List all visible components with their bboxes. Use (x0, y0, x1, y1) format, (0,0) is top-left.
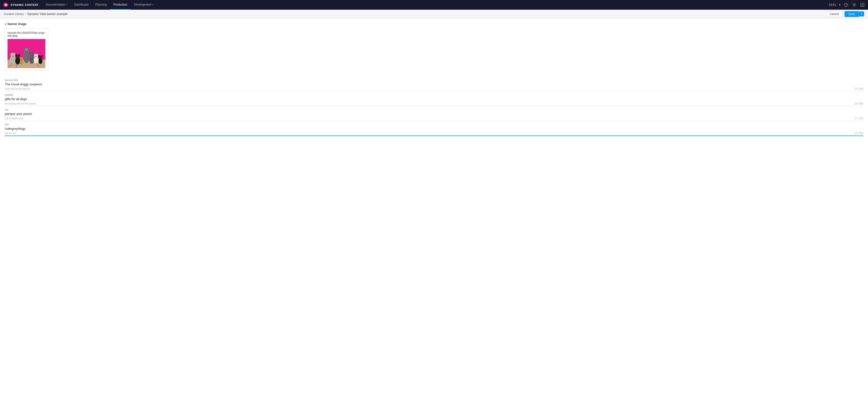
svg-point-19 (19, 54, 20, 56)
svg-point-12 (13, 53, 15, 56)
nav-right: 19:51 ▾ ? (829, 2, 865, 7)
top-nav: DYNAMIC CONTENT Documentation ▾ Dashboar… (0, 0, 868, 10)
svg-point-42 (30, 52, 31, 55)
svg-point-51 (37, 56, 37, 57)
field-helper-text-subtitle: secondary title for the banner (5, 102, 36, 105)
image-filename: hannah-lim-U6nlG0Y5sfs-unsplash.jpeg (7, 31, 46, 37)
svg-point-36 (26, 53, 27, 54)
help-icon[interactable]: ? (843, 2, 848, 7)
nav-time: 19:51 (829, 3, 836, 6)
field-char-count-link: 14 / 300 (855, 132, 863, 135)
field-helper-text-link: link for cta (5, 132, 16, 135)
svg-point-18 (16, 54, 17, 56)
svg-point-44 (31, 56, 31, 56)
user-icon[interactable] (860, 2, 865, 7)
svg-point-55 (38, 55, 40, 57)
svg-point-52 (36, 57, 37, 58)
field-helper-banner-title: main title for the banner 24 / 100 (5, 87, 863, 91)
field-label-cta: cta (5, 106, 863, 112)
svg-text:?: ? (845, 4, 847, 6)
field-group-link: link link for cta 14 / 300 (5, 121, 863, 136)
cancel-button[interactable]: Cancel (826, 11, 842, 17)
save-button-group: Save ▾ (844, 11, 864, 17)
svg-point-50 (35, 56, 36, 57)
svg-rect-6 (861, 3, 864, 6)
breadcrumb-bar: Content Library / Dynamic Yield banner e… (0, 10, 868, 19)
field-helper-subtitle: secondary title for the banner 18 / 200 (5, 102, 863, 106)
svg-point-27 (21, 59, 21, 60)
dog-scene-svg (7, 39, 45, 68)
nav-item-planning[interactable]: Planning (92, 0, 110, 10)
svg-point-13 (12, 56, 12, 56)
nav-item-dashboard[interactable]: Dashboard (71, 0, 92, 10)
svg-point-21 (18, 57, 19, 57)
field-label-banner-title: banner title (5, 77, 863, 82)
nav-logo[interactable]: DYNAMIC CONTENT (3, 2, 38, 8)
svg-point-25 (20, 57, 21, 59)
field-input-link[interactable] (5, 126, 863, 132)
svg-point-11 (10, 53, 12, 56)
svg-point-14 (13, 56, 14, 56)
svg-point-58 (41, 58, 42, 59)
field-input-banner-title[interactable] (5, 82, 863, 87)
field-char-count-subtitle: 18 / 200 (855, 102, 863, 105)
field-label-link: link (5, 121, 863, 126)
svg-point-29 (21, 60, 22, 61)
breadcrumb-actions: Cancel Save ▾ (826, 11, 864, 17)
field-char-count-banner-title: 24 / 100 (855, 87, 863, 90)
breadcrumb-current: Dynamic Yield banner example (27, 12, 67, 16)
svg-point-22 (17, 58, 19, 58)
breadcrumb: Content Library / Dynamic Yield banner e… (4, 12, 68, 16)
svg-point-57 (39, 58, 40, 59)
field-group-cta: cta call to action text 17 / 100 (5, 106, 863, 121)
nav-logo-text: DYNAMIC CONTENT (11, 3, 38, 6)
fields-container: banner title main title for the banner 2… (5, 77, 863, 136)
svg-point-26 (22, 57, 23, 59)
nav-item-production[interactable]: Production (110, 0, 130, 10)
breadcrumb-separator: / (25, 12, 26, 16)
svg-point-45 (32, 56, 33, 56)
field-input-cta[interactable] (5, 112, 863, 117)
svg-point-56 (41, 55, 42, 57)
svg-point-34 (25, 52, 26, 53)
svg-point-39 (25, 48, 27, 50)
svg-point-35 (27, 52, 28, 53)
save-dropdown-button[interactable]: ▾ (859, 11, 864, 17)
breadcrumb-parent[interactable]: Content Library (4, 12, 24, 16)
field-label-subtitle: subtitle (5, 91, 863, 97)
svg-point-5 (854, 4, 855, 6)
section-toggle-icon: ▾ (5, 23, 6, 25)
nav-items: Documentation ▾ Dashboard Planning Produ… (42, 0, 829, 10)
chevron-down-icon-dev: ▾ (152, 3, 153, 6)
chevron-down-icon: ▾ (66, 3, 68, 6)
field-helper-link: link for cta 14 / 300 (5, 132, 863, 136)
image-card[interactable]: hannah-lim-U6nlG0Y5sfs-unsplash.jpeg (5, 29, 49, 71)
svg-point-48 (34, 54, 36, 56)
field-helper-cta: call to action text 17 / 100 (5, 117, 863, 121)
nav-item-documentation[interactable]: Documentation ▾ (42, 0, 71, 10)
banner-section-label: banner image (7, 22, 26, 26)
field-helper-text-banner-title: main title for the banner (5, 87, 30, 90)
save-button[interactable]: Save (844, 11, 859, 17)
main-content: ▾ banner image hannah-lim-U6nlG0Y5sfs-un… (0, 19, 868, 140)
svg-point-28 (22, 59, 22, 60)
field-group-banner-title: banner title main title for the banner 2… (5, 77, 863, 91)
field-input-subtitle[interactable] (5, 97, 863, 102)
svg-point-15 (12, 56, 13, 57)
nav-time-chevron: ▾ (839, 3, 840, 6)
svg-point-20 (17, 57, 18, 57)
settings-icon[interactable] (851, 2, 857, 7)
logo-icon (3, 2, 9, 8)
svg-point-49 (37, 54, 38, 56)
field-char-count-cta: 17 / 100 (855, 117, 863, 120)
svg-point-43 (32, 52, 34, 55)
nav-item-development[interactable]: Development ▾ (131, 0, 157, 10)
image-preview (7, 39, 45, 68)
field-helper-text-cta: call to action text (5, 117, 23, 120)
field-group-subtitle: subtitle secondary title for the banner … (5, 91, 863, 106)
banner-section-header[interactable]: ▾ banner image (5, 22, 863, 26)
